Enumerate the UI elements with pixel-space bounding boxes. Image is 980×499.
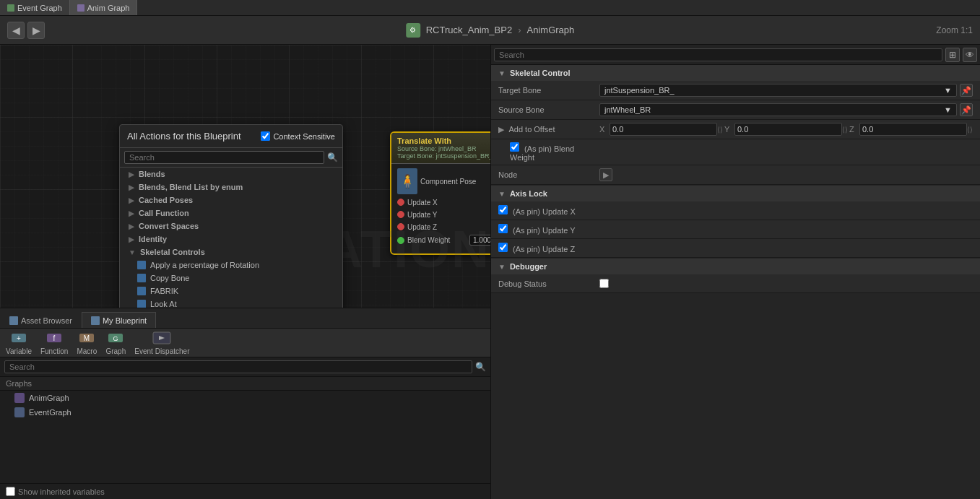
menu-item-blends[interactable]: ▶ Blends [120, 168, 342, 181]
my-blueprint-icon [91, 316, 100, 325]
debug-status-checkbox[interactable] [599, 279, 609, 288]
tab-anim-graph[interactable]: Anim Graph [70, 0, 138, 15]
main-toolbar: ◀ ▶ ⚙ RCTruck_Anim_BP2 › AnimGraph Zoom … [0, 16, 980, 45]
bottom-tabs: Asset Browser My Blueprint [0, 308, 490, 329]
content-area: All Actions for this Blueprint Context S… [0, 45, 980, 499]
source-bone-select[interactable]: jntWheel_BR ▼ [599, 103, 957, 116]
details-search-input[interactable] [494, 48, 942, 61]
forward-button[interactable]: ▶ [27, 22, 45, 39]
context-sensitive-checkbox[interactable]: Context Sensitive [261, 131, 335, 141]
blend-weight-input[interactable] [469, 235, 490, 246]
graph-canvas[interactable]: All Actions for this Blueprint Context S… [0, 45, 490, 308]
node-icon [137, 300, 146, 308]
context-sensitive-input[interactable] [261, 131, 270, 141]
blend-weight-pin-checkbox[interactable] [510, 142, 519, 152]
collapse-icon: ▼ [498, 190, 506, 198]
left-panel: All Actions for this Blueprint Context S… [0, 45, 491, 499]
source-bone-pin-button[interactable]: 📌 [960, 103, 973, 116]
node-label: Node [498, 170, 599, 179]
menu-item-cached-poses[interactable]: ▶ Cached Poses [120, 194, 342, 207]
menu-item-skeletal-controls[interactable]: ▼ Skeletal Controls [120, 246, 342, 259]
context-search-input[interactable] [124, 151, 324, 164]
menu-item-fabrik[interactable]: FABRIK [120, 285, 342, 298]
debugger-header[interactable]: ▼ Debugger [491, 259, 980, 274]
graph-icon: G [105, 330, 126, 346]
graph-name: AnimGraph [527, 25, 575, 35]
add-macro-button[interactable]: M Macro [77, 330, 97, 355]
node-blend-weight-row: Blend Weight [397, 235, 490, 246]
svg-text:f: f [53, 334, 56, 342]
node-button[interactable]: ▶ [599, 168, 612, 181]
y-field: Y ⟨⟩ [724, 123, 848, 136]
svg-text:G: G [113, 335, 118, 342]
translate-with-node[interactable]: Translate With Source Bone: jntWheel_BR … [390, 131, 490, 255]
title-bar: Event Graph Anim Graph [0, 0, 980, 16]
show-inherited-variables[interactable]: Show inherited variables [0, 483, 490, 499]
grid-view-button[interactable]: ⊞ [945, 48, 960, 62]
blueprint-name: RCTruck_Anim_BP2 [426, 25, 512, 35]
skeletal-control-header[interactable]: ▼ Skeletal Control [491, 65, 980, 81]
back-button[interactable]: ◀ [7, 22, 25, 39]
add-function-button[interactable]: f Function [40, 330, 68, 355]
panel-item-anim-graph[interactable]: AnimGraph [0, 391, 490, 405]
offset-z-input[interactable] [859, 123, 967, 136]
eye-button[interactable]: 👁 [963, 48, 977, 62]
panel-item-event-graph[interactable]: EventGraph [0, 405, 490, 420]
collapse-icon: ▼ [498, 69, 506, 77]
x-arrows[interactable]: ⟨⟩ [717, 126, 723, 134]
node-row: Node ▶ [491, 165, 980, 185]
anim-graph-item-icon [14, 393, 25, 403]
show-inherited-checkbox[interactable] [6, 487, 15, 496]
breadcrumb: ⚙ RCTruck_Anim_BP2 › AnimGraph [406, 23, 575, 38]
menu-item-identity[interactable]: ▶ Identity [120, 233, 342, 246]
svg-text:M: M [84, 334, 90, 342]
tab-my-blueprint[interactable]: My Blueprint [82, 312, 156, 328]
collapse-icon: ▼ [498, 263, 506, 271]
blueprint-icon: ⚙ [406, 23, 420, 38]
z-arrows[interactable]: ⟨⟩ [967, 126, 973, 134]
menu-item-convert-spaces[interactable]: ▶ Convert Spaces [120, 220, 342, 233]
my-blueprint-content: 🔍 Graphs AnimGraph EventGraph Show inher… [0, 357, 490, 499]
tab-asset-browser[interactable]: Asset Browser [0, 312, 82, 328]
update-x-pin-row: (As pin) Update X [491, 201, 980, 220]
menu-item-apply-rotation[interactable]: Apply a percentage of Rotation [120, 259, 342, 272]
node-icon [137, 274, 146, 282]
add-to-offset-row: ▶ Add to Offset X ⟨⟩ Y [491, 120, 980, 139]
update-z-pin-row: (As pin) Update Z [491, 239, 980, 258]
function-icon: f [44, 330, 64, 346]
add-variable-button[interactable]: + Variable [6, 330, 32, 355]
blueprint-toolbar: + Variable f Function [0, 329, 490, 357]
target-bone-select[interactable]: jntSuspension_BR_ ▼ [599, 84, 957, 97]
pin-update-x [397, 199, 404, 206]
offset-y-input[interactable] [734, 123, 842, 136]
offset-x-input[interactable] [610, 123, 717, 136]
add-event-dispatcher-button[interactable]: Event Dispatcher [134, 330, 189, 355]
menu-item-look-at[interactable]: Look At [120, 298, 342, 308]
update-y-pin-checkbox[interactable] [498, 224, 508, 233]
target-bone-pin-button[interactable]: 📌 [960, 84, 973, 97]
source-bone-value: jntWheel_BR ▼ 📌 [599, 103, 973, 116]
zoom-label: Zoom 1:1 [936, 25, 973, 35]
z-field: Z ⟨⟩ [849, 123, 973, 136]
graphs-section-header: Graphs [0, 377, 490, 391]
svg-text:+: + [17, 334, 21, 342]
debug-status-label: Debug Status [498, 279, 599, 288]
context-menu: All Actions for this Blueprint Context S… [119, 124, 343, 308]
node-target-bone: Target Bone: jntSuspension_BR_Lower [397, 152, 490, 160]
menu-item-call-function[interactable]: ▶ Call Function [120, 207, 342, 220]
asset-browser-icon [9, 316, 18, 325]
axis-lock-header[interactable]: ▼ Axis Lock [491, 186, 980, 201]
pose-figure-left: 🧍 [397, 168, 417, 194]
tab-event-graph[interactable]: Event Graph [0, 0, 70, 15]
pin-blend-weight [397, 237, 404, 244]
menu-item-copy-bone[interactable]: Copy Bone [120, 272, 342, 285]
menu-item-blends-enum[interactable]: ▶ Blends, Blend List by enum [120, 181, 342, 194]
update-z-pin-checkbox[interactable] [498, 243, 508, 252]
add-graph-button[interactable]: G Graph [105, 330, 126, 355]
panel-search-bar: 🔍 [0, 357, 490, 377]
panel-search-input[interactable] [4, 360, 472, 373]
y-arrows[interactable]: ⟨⟩ [842, 126, 848, 134]
variable-icon: + [9, 330, 29, 346]
update-x-pin-checkbox[interactable] [498, 205, 508, 214]
node-icon [137, 287, 146, 295]
